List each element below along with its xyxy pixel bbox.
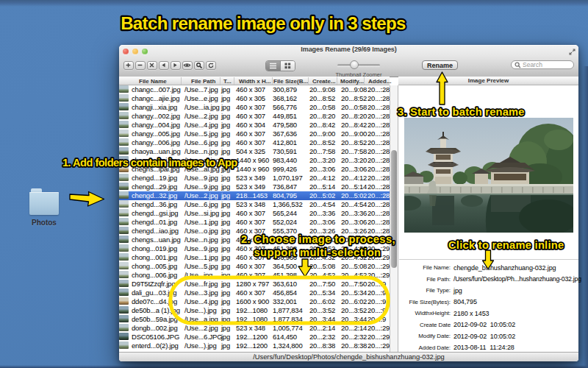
svg-text:Batch rename image only in 3 s: Batch rename image only in 3 steps: [121, 13, 406, 33]
